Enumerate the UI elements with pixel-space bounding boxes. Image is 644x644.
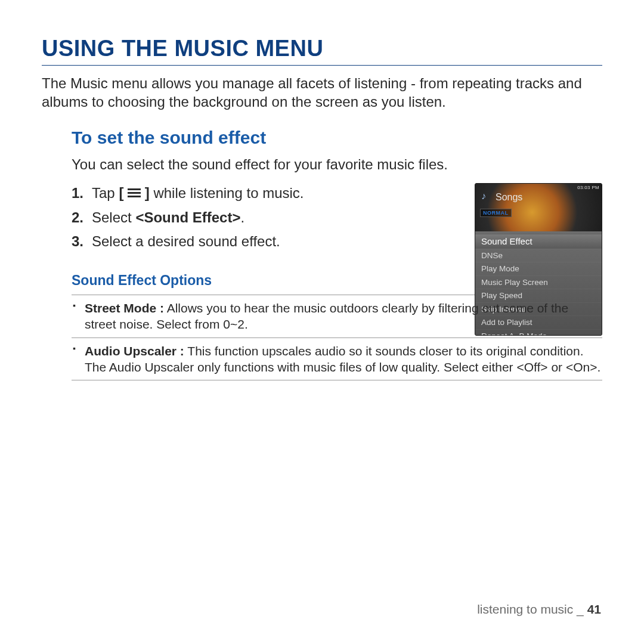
option-name: Audio Upscaler :	[85, 344, 184, 358]
footer-page-number: 41	[587, 602, 601, 616]
device-status-time: 03:03 PM	[577, 185, 599, 190]
device-mode-badge: NORMAL	[480, 209, 512, 217]
step-3: Select a desired sound effect.	[72, 231, 453, 252]
option-street-mode: Street Mode : Allows you to hear the mus…	[72, 295, 602, 338]
footer-section: listening to music	[477, 602, 573, 616]
step-1-bracket-close: ]	[141, 185, 150, 201]
options-list: Street Mode : Allows you to hear the mus…	[72, 295, 602, 380]
music-note-icon: ♪	[481, 191, 486, 202]
page-footer: listening to music _ 41	[477, 602, 601, 617]
intro-text: The Music menu allows you manage all fac…	[42, 74, 602, 111]
device-menu-item: Sound Effect	[475, 234, 602, 249]
step-2-bold: <Sound Effect>	[135, 209, 240, 225]
device-menu-item: Play Mode	[475, 262, 602, 275]
section-heading-sound-effect: To set the sound effect	[72, 128, 602, 148]
step-2: Select <Sound Effect>.	[72, 208, 453, 228]
device-songs-label: Songs	[496, 192, 522, 203]
option-name: Street Mode :	[85, 301, 164, 315]
device-menu-item: Music Play Screen	[475, 275, 602, 289]
step-1-bracket-open: [	[119, 185, 128, 201]
step-2-text-a: Select	[92, 209, 135, 225]
step-1: Tap [ ] while listening to music.	[72, 183, 453, 204]
page-title: USING THE MUSIC MENU	[42, 36, 602, 66]
device-top-area: 03:03 PM ♪ Songs NORMAL	[475, 184, 602, 231]
steps-list: Tap [ ] while listening to music. Select…	[72, 183, 453, 252]
step-2-text-c: .	[240, 209, 244, 225]
step-1-text-a: Tap	[92, 185, 119, 201]
footer-sep: _	[573, 602, 587, 616]
option-audio-upscaler: Audio Upscaler : This function upscales …	[72, 338, 602, 381]
step-1-text-d: while listening to music.	[150, 185, 304, 201]
menu-icon	[128, 187, 141, 199]
section-lead: You can select the sound effect for your…	[72, 155, 602, 174]
device-menu-item: DNSe	[475, 249, 602, 262]
